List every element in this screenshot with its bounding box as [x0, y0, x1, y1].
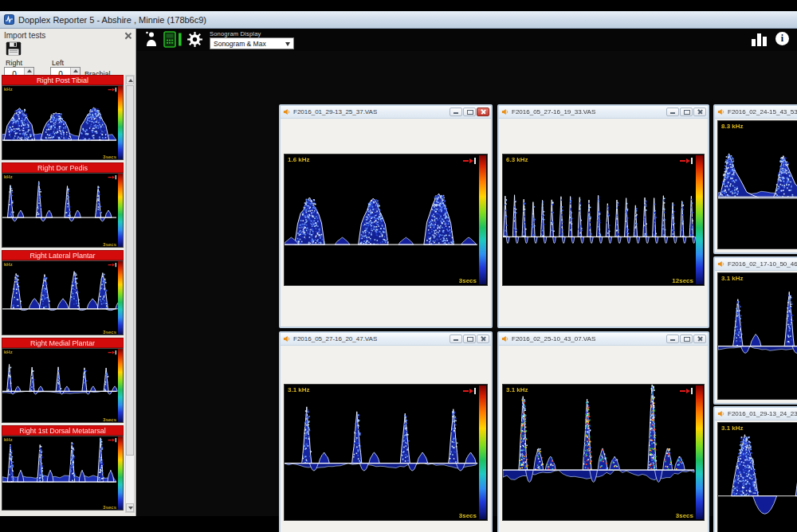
- thumbnail-title: Right Dor Pedis: [2, 162, 124, 173]
- display-mode-select[interactable]: Sonogram & Max: [210, 37, 294, 49]
- sonogram: 3.1 kHz 3secs: [502, 384, 705, 521]
- test-thumbnail[interactable]: Right 1st Dorsal Metatarsal kHz 3secs: [2, 425, 124, 510]
- waveform-canvas: [285, 385, 487, 520]
- volume-icon[interactable]: [463, 158, 476, 164]
- close-button[interactable]: [693, 108, 706, 116]
- waveform-canvas: [503, 385, 704, 520]
- colorbar: [696, 155, 703, 284]
- file-title: F2016_02_25-10_43_07.VAS: [512, 335, 595, 342]
- spin-up-icon[interactable]: [25, 68, 33, 74]
- app-title: Dopplex Reporter 5 - Abshire , Minnie (1…: [18, 15, 206, 25]
- sidebar-scrollbar[interactable]: [125, 75, 135, 513]
- window-titlebar[interactable]: F2016_02_24-15_43_53.VAS: [715, 106, 797, 119]
- file-speaker-icon: [717, 108, 724, 115]
- settings-gear-icon[interactable]: [186, 31, 203, 48]
- volume-icon: [108, 88, 116, 92]
- colorbar: [118, 174, 123, 247]
- thumbnail-sonogram: kHz 3secs: [2, 348, 124, 423]
- test-thumbnail[interactable]: Right Dor Pedis kHz 3secs: [2, 162, 124, 248]
- scrollbar-thumb[interactable]: [126, 85, 134, 456]
- waveform-canvas: [718, 121, 797, 248]
- window-titlebar[interactable]: F2016_05_27-16_20_47.VAS: [281, 333, 491, 346]
- workspace: F2016_01_29-13_25_37.VAS 1.6 kHz 3secs F…: [137, 51, 797, 516]
- sonogram: 3.1 kHz 3secs: [284, 384, 488, 521]
- duration-label: 3secs: [459, 277, 477, 284]
- volume-icon: [108, 263, 116, 267]
- duration-label: 3secs: [103, 417, 116, 422]
- frequency-label: kHz: [4, 87, 13, 92]
- test-thumbnail[interactable]: Right Medial Plantar kHz 3secs: [2, 338, 124, 423]
- waveform-canvas: [2, 174, 123, 247]
- display-mode-value: Sonogram & Max: [214, 40, 266, 48]
- waveform-window: F2016_05_27-16_20_47.VAS 3.1 kHz 3secs: [279, 331, 493, 532]
- minimize-button[interactable]: [450, 334, 462, 343]
- spin-up-icon[interactable]: [71, 68, 80, 74]
- frequency-label: 6.3 kHz: [506, 156, 528, 163]
- waveform-window: F2016_02_17-10_50_46.VAS 3.1 kHz 3secs: [713, 256, 797, 405]
- volume-icon[interactable]: [680, 158, 693, 164]
- patient-icon[interactable]: [145, 31, 158, 48]
- file-speaker-icon: [717, 410, 724, 417]
- window-titlebar[interactable]: F2016_01_29-13_25_37.VAS: [281, 106, 491, 119]
- window-titlebar[interactable]: F2016_05_27-16_19_33.VAS: [499, 106, 708, 119]
- minimize-button[interactable]: [450, 108, 462, 116]
- test-thumbnail[interactable]: Right Post Tibial kHz 3secs: [2, 75, 124, 160]
- restore-button[interactable]: [680, 108, 693, 116]
- volume-icon[interactable]: [463, 388, 476, 394]
- save-icon[interactable]: [6, 41, 22, 56]
- colorbar: [118, 436, 123, 510]
- minimize-button[interactable]: [666, 108, 679, 116]
- waveform-window: F2016_05_27-16_19_33.VAS 6.3 kHz 12secs: [497, 104, 709, 328]
- window-titlebar[interactable]: F2016_01_29-13_24_23.VAS: [715, 408, 797, 421]
- close-button[interactable]: [693, 334, 706, 343]
- waveform-window: F2016_02_25-10_43_07.VAS 3.1 kHz 3secs: [497, 331, 709, 532]
- window-titlebar[interactable]: F2016_02_17-10_50_46.VAS: [715, 258, 797, 271]
- close-button[interactable]: [477, 108, 489, 116]
- close-button[interactable]: [477, 334, 489, 343]
- right-count-label: Right: [6, 59, 22, 67]
- window-titlebar[interactable]: F2016_02_25-10_43_07.VAS: [499, 333, 708, 346]
- file-title: F2016_05_27-16_19_33.VAS: [512, 108, 595, 115]
- close-icon[interactable]: [124, 32, 132, 39]
- file-speaker-icon: [501, 108, 508, 115]
- file-speaker-icon: [717, 260, 724, 268]
- waveform-canvas: [503, 155, 704, 285]
- restore-button[interactable]: [463, 334, 476, 343]
- display-mode-label: Sonogram Display: [210, 30, 261, 37]
- import-tests-title: Import tests: [4, 31, 45, 40]
- minimize-button[interactable]: [666, 334, 679, 343]
- layout-grid-icon[interactable]: [752, 33, 768, 46]
- sonogram: 3.1 kHz 3secs: [717, 272, 797, 400]
- volume-icon[interactable]: [680, 388, 693, 394]
- thumbnail-title: Right 1st Dorsal Metatarsal: [2, 425, 124, 436]
- scroll-down-icon[interactable]: [126, 503, 134, 512]
- doppler-device-icon[interactable]: [163, 31, 183, 48]
- main-toolbar: Sonogram Display Sonogram & Max i: [137, 29, 797, 51]
- frequency-label: kHz: [4, 262, 13, 267]
- app-icon: [4, 14, 14, 25]
- colorbar: [696, 385, 703, 519]
- info-icon[interactable]: i: [775, 32, 789, 45]
- thumbnail-sonogram: kHz 3secs: [2, 173, 124, 248]
- file-speaker-icon: [501, 335, 508, 342]
- file-title: F2016_01_29-13_24_23.VAS: [728, 410, 797, 417]
- import-tests-panel: Import tests Right Left 0 0 Brachial Rig…: [0, 29, 136, 516]
- scroll-up-icon[interactable]: [126, 76, 134, 84]
- waveform-window: F2016_01_29-13_24_23.VAS 3.1 kHz 3secs: [713, 406, 797, 532]
- thumbnail-title: Right Post Tibial: [2, 75, 124, 85]
- waveform-window: F2016_01_29-13_25_37.VAS 1.6 kHz 3secs: [279, 104, 493, 328]
- waveform-window: F2016_02_24-15_43_53.VAS 8.3 kHz 3secs: [713, 104, 797, 254]
- duration-label: 3secs: [103, 242, 116, 247]
- test-thumbnail[interactable]: Right Lateral Plantar kHz 3secs: [2, 250, 124, 335]
- thumbnail-title: Right Lateral Plantar: [2, 250, 124, 260]
- app-screen: Dopplex Reporter 5 - Abshire , Minnie (1…: [0, 0, 797, 532]
- file-title: F2016_02_17-10_50_46.VAS: [728, 260, 797, 268]
- app-titlebar[interactable]: Dopplex Reporter 5 - Abshire , Minnie (1…: [0, 11, 797, 29]
- sonogram: 6.3 kHz 12secs: [502, 154, 705, 286]
- restore-button[interactable]: [680, 334, 693, 343]
- file-title: F2016_01_29-13_25_37.VAS: [293, 108, 377, 115]
- frequency-label: 3.1 kHz: [288, 386, 310, 393]
- duration-label: 12secs: [672, 277, 693, 284]
- restore-button[interactable]: [463, 108, 476, 116]
- waveform-canvas: [2, 86, 123, 159]
